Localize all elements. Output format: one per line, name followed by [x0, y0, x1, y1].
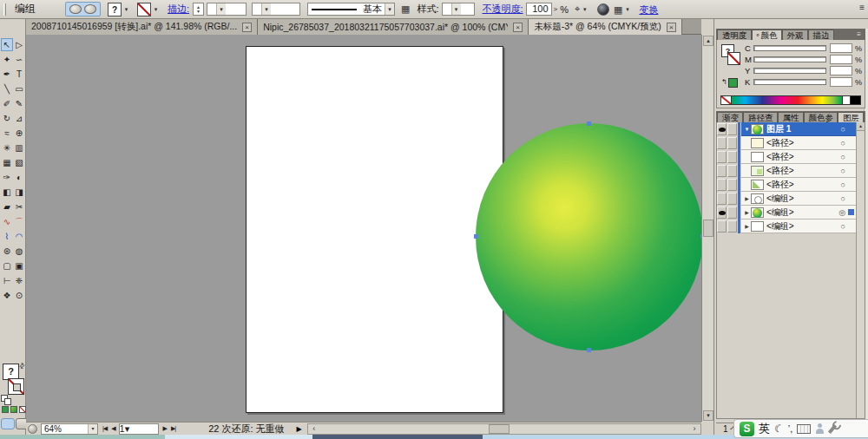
measure-tool[interactable]: ⊢ — [1, 274, 13, 287]
spiral-tool[interactable]: ◠ — [13, 230, 25, 243]
layers-scrollbar[interactable]: ▲ — [856, 122, 865, 418]
scroll-up-icon[interactable]: ▲ — [857, 122, 865, 131]
scroll-left-icon[interactable]: ‹ — [309, 424, 319, 434]
page-number-combo[interactable]: 1 ▾ — [119, 423, 159, 435]
edit-contents-button[interactable] — [69, 4, 82, 14]
variable-width-combo[interactable]: ▾ — [252, 3, 300, 16]
spinner-down-icon[interactable]: ▼ — [196, 10, 201, 14]
direct-selection-tool[interactable]: ▷ — [13, 38, 25, 51]
chevron-down-icon[interactable]: ▾ — [385, 3, 394, 15]
rotate-tool[interactable]: ↻ — [1, 112, 13, 125]
visibility-toggle[interactable] — [717, 151, 727, 163]
gradient-tool[interactable]: ▧ — [13, 156, 25, 169]
ime-fullhalf-moon-icon[interactable]: ☾ — [773, 422, 786, 436]
scissors-tool[interactable]: ✂ — [13, 200, 25, 213]
scale-tool[interactable]: ⊿ — [13, 112, 25, 125]
panel-tab[interactable]: 属性 — [778, 112, 804, 122]
slice-tool[interactable]: ▰ — [1, 200, 13, 213]
visibility-toggle[interactable] — [717, 206, 727, 219]
layer-name[interactable]: <路径> — [766, 151, 794, 163]
lock-toggle[interactable] — [727, 193, 737, 205]
disclosure-triangle-icon[interactable]: ▶ — [743, 223, 751, 229]
scroll-down-icon[interactable]: ▼ — [703, 410, 713, 421]
ime-language-toggle[interactable]: 英 — [759, 421, 770, 436]
ime-settings-wrench-icon[interactable] — [828, 424, 837, 434]
mesh-tool[interactable]: ▦ — [1, 156, 13, 169]
close-icon[interactable]: × — [513, 23, 523, 32]
disclosure-triangle-icon[interactable]: ▶ — [743, 209, 751, 215]
anchor-point-left[interactable] — [474, 234, 478, 239]
free-transform-tool[interactable]: ⊕ — [13, 127, 25, 140]
stroke-weight-combo[interactable]: ▾ — [207, 3, 247, 16]
vertical-scroll-thumb[interactable] — [703, 220, 713, 237]
disclosure-triangle-icon[interactable]: ▶ — [743, 195, 751, 201]
lock-toggle[interactable] — [727, 179, 737, 191]
target-circle-icon[interactable]: ○ — [841, 167, 845, 175]
vertical-scrollbar[interactable]: ▲ ▼ — [701, 35, 713, 422]
transform-link[interactable]: 变换 — [639, 3, 658, 16]
layer-name[interactable]: <编组> — [766, 193, 794, 205]
layer-name[interactable]: <编组> — [766, 206, 794, 219]
chevron-down-icon[interactable]: ▾ — [451, 3, 461, 15]
panel-tab[interactable]: 颜色参 — [804, 112, 838, 122]
disclosure-triangle-icon[interactable]: ▼ — [743, 127, 751, 132]
chevron-down-icon[interactable]: ▾ — [216, 3, 226, 15]
hand-tool[interactable]: ❖ — [1, 289, 13, 302]
last-page-button[interactable]: ▶| — [171, 425, 175, 432]
gradient-button[interactable] — [10, 406, 17, 413]
pencil-tool[interactable]: ✎ — [13, 97, 25, 110]
artboard[interactable] — [246, 46, 503, 413]
opacity-stepper-icon[interactable]: > — [554, 5, 558, 13]
color-value-field[interactable] — [830, 66, 852, 75]
add-anchor-tool[interactable]: ⌇ — [1, 230, 13, 243]
chevron-down-icon[interactable]: ▾ — [261, 3, 271, 15]
lasso-tool[interactable]: ∽ — [13, 53, 25, 66]
stroke-dropdown-icon[interactable]: ▾ — [152, 6, 160, 13]
horizontal-scrollbar[interactable]: ‹ › — [307, 423, 701, 435]
panel-tab[interactable]: 路径查 — [743, 112, 778, 122]
status-menu-icon[interactable]: ▶ — [297, 425, 302, 433]
brush-combo[interactable]: 基本 ▾ — [307, 3, 395, 16]
default-fill-stroke-icon[interactable] — [1, 395, 8, 402]
layer-row[interactable]: ▶ <编组> ○ — [717, 192, 856, 206]
flare-tool[interactable]: ❈ — [13, 274, 25, 287]
horizontal-scroll-thumb[interactable] — [489, 424, 510, 434]
prev-page-button[interactable]: ◀ — [111, 425, 115, 432]
visibility-toggle[interactable] — [717, 165, 727, 177]
color-slider[interactable] — [753, 79, 826, 85]
target-circle-icon[interactable]: ○ — [841, 194, 845, 203]
ime-punctuation-icon[interactable]: ’, — [788, 423, 793, 434]
chevron-down-icon[interactable]: ▾ — [125, 423, 130, 435]
none-swatch[interactable] — [721, 96, 732, 104]
document-tab[interactable]: 未标题-3* @ 64% (CMYK/预览) × — [529, 19, 682, 35]
rectangle-tool[interactable]: ▭ — [13, 82, 25, 95]
lock-toggle[interactable] — [727, 220, 737, 233]
live-paint-selection-tool[interactable]: ◨ — [13, 186, 25, 199]
lock-toggle[interactable] — [727, 206, 737, 219]
color-value-field[interactable] — [830, 77, 852, 87]
stroke-weight-stepper[interactable]: ▲▼ — [193, 3, 204, 16]
layer-row[interactable]: <路径> ○ — [717, 178, 856, 192]
panel-tab[interactable]: ∘ 颜色 — [752, 29, 782, 40]
select-similar-dropdown-icon[interactable]: ▾ — [581, 6, 589, 13]
visibility-toggle[interactable] — [717, 123, 727, 135]
lock-toggle[interactable] — [727, 165, 737, 177]
blend-tool[interactable]: ◐ — [13, 171, 25, 184]
white-swatch[interactable] — [842, 96, 850, 104]
scroll-up-icon[interactable]: ▲ — [703, 36, 713, 46]
status-orb-icon[interactable] — [28, 424, 37, 434]
layer-row[interactable]: <路径> ○ — [717, 136, 856, 150]
panel-tab[interactable]: 描边 — [808, 29, 834, 40]
fill-dropdown-icon[interactable]: ▾ — [122, 6, 130, 13]
symbol-sprayer-tool[interactable]: ✳ — [1, 141, 13, 154]
layer-name[interactable]: <路径> — [766, 165, 794, 177]
target-circle-icon[interactable]: ○ — [841, 222, 845, 231]
stroke-color-swatch[interactable] — [137, 3, 151, 16]
layer-name[interactable]: <编组> — [766, 220, 794, 233]
lock-toggle[interactable] — [727, 137, 737, 149]
panel-tab[interactable]: 渐变 — [717, 112, 743, 122]
ime-account-icon[interactable] — [815, 423, 825, 435]
column-graph-tool[interactable]: ▥ — [13, 141, 25, 154]
first-page-button[interactable]: |◀ — [102, 425, 107, 432]
lock-toggle[interactable] — [727, 123, 737, 135]
